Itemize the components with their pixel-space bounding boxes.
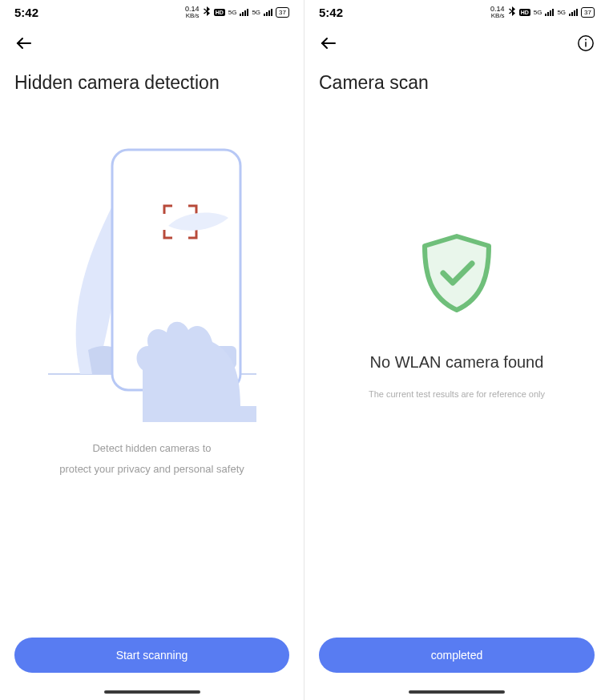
svg-point-5 (585, 39, 587, 41)
hd-badge: HD (519, 9, 530, 16)
home-indicator[interactable] (409, 690, 505, 694)
network-speed: 0.14 KB/s (490, 6, 505, 19)
page-title: Hidden camera detection (14, 72, 289, 94)
start-scanning-button[interactable]: Start scanning (14, 638, 289, 673)
completed-button[interactable]: completed (319, 638, 595, 673)
status-time: 5:42 (319, 6, 343, 19)
nav-row (14, 24, 289, 66)
back-icon[interactable] (319, 34, 338, 56)
shield-check-icon (413, 230, 501, 318)
desc-line-1: Detect hidden cameras to (59, 438, 244, 459)
status-bar: 5:42 0.14 KB/s HD 5G 5G 37 (319, 0, 595, 24)
signal-2: 5G (557, 8, 578, 16)
status-indicators: 0.14 KB/s HD 5G 5G 37 (490, 6, 595, 19)
network-speed: 0.14 KB/s (185, 6, 200, 19)
back-icon[interactable] (14, 34, 34, 56)
signal-1: 5G (534, 8, 555, 16)
bluetooth-icon (203, 6, 211, 18)
result-title: No WLAN camera found (370, 353, 544, 372)
bluetooth-icon (508, 6, 516, 18)
screen-camera-scan: 5:42 0.14 KB/s HD 5G 5G 37 (304, 0, 609, 700)
home-indicator[interactable] (104, 690, 200, 694)
page-title: Camera scan (319, 72, 595, 94)
info-icon[interactable] (577, 34, 595, 55)
status-time: 5:42 (14, 6, 38, 19)
phone-plant-illustration: 02:36 (48, 142, 256, 422)
nav-row (319, 24, 595, 66)
screen-hidden-camera-detection: 5:42 0.14 KB/s HD 5G 5G 37 H (0, 0, 304, 700)
status-indicators: 0.14 KB/s HD 5G 5G 37 (185, 6, 289, 19)
illustration: 02:36 Detect hidden cameras to protect y… (14, 94, 289, 638)
signal-1: 5G (228, 8, 249, 16)
battery-indicator: 37 (581, 7, 595, 18)
status-bar: 5:42 0.14 KB/s HD 5G 5G 37 (14, 0, 289, 24)
signal-2: 5G (252, 8, 272, 16)
desc-line-2: protect your privacy and personal safety (59, 459, 244, 480)
result-area: No WLAN camera found The current test re… (319, 94, 595, 638)
battery-indicator: 37 (276, 7, 289, 18)
description: Detect hidden cameras to protect your pr… (59, 438, 244, 480)
result-subtitle: The current test results are for referen… (369, 389, 545, 399)
hd-badge: HD (214, 9, 225, 16)
